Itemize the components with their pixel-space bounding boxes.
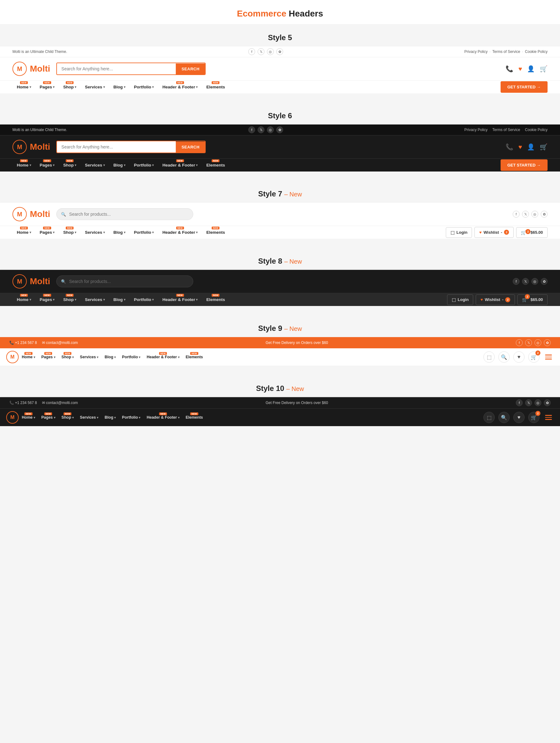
nav10-blog[interactable]: Blog▾ — [101, 412, 119, 423]
twitter-icon-10[interactable]: 𝕏 — [525, 399, 532, 406]
wishlist-circle-9[interactable]: ♥ — [513, 351, 524, 363]
login-circle-9[interactable]: ⬚ — [483, 351, 495, 363]
nav10-header-footer[interactable]: Header & Footer▾ NEW — [143, 412, 182, 423]
search-circle-10[interactable]: 🔍 — [499, 412, 510, 423]
nav6-blog[interactable]: Blog▾ — [109, 159, 130, 172]
search-input[interactable] — [57, 63, 176, 74]
dribbble-icon-8[interactable]: ✿ — [541, 278, 548, 285]
search-bar[interactable]: SEARCH — [56, 62, 206, 75]
get-started-button-6[interactable]: GET STARTED → — [501, 159, 548, 171]
facebook-icon-8[interactable]: f — [513, 278, 520, 285]
nav8-portfolio[interactable]: Portfolio▾ — [130, 293, 158, 306]
nav7-shop[interactable]: Shop▾ NEW — [59, 226, 81, 239]
instagram-icon-7[interactable]: ◎ — [531, 211, 538, 218]
wishlist-button-7[interactable]: ♥ Wishlist - 2 — [474, 227, 514, 238]
cart-icon[interactable]: 🛒 — [540, 65, 548, 73]
nav7-pages[interactable]: Pages▾ NEW — [36, 226, 59, 239]
nav10-shop[interactable]: Shop▾ NEW — [58, 412, 77, 423]
nav6-portfolio[interactable]: Portfolio▾ — [130, 159, 158, 172]
instagram-icon-10[interactable]: ◎ — [534, 399, 541, 406]
dribbble-icon-9[interactable]: ✿ — [544, 339, 551, 346]
nav6-home[interactable]: Home▾ NEW — [12, 159, 36, 172]
nav6-services[interactable]: Services▾ — [81, 159, 109, 172]
search-bar-8[interactable]: 🔍 — [56, 275, 193, 287]
nav-elements[interactable]: Elements NEW — [202, 81, 229, 93]
search-circle-9[interactable]: 🔍 — [499, 351, 510, 363]
nav-shop[interactable]: Shop▾ NEW — [59, 81, 81, 93]
cart-button-7[interactable]: 🛒 2 $65.00 — [516, 227, 548, 238]
facebook-icon[interactable]: f — [248, 48, 255, 55]
nav10-services[interactable]: Services▾ — [77, 412, 101, 423]
nav-pages[interactable]: Pages▾ NEW — [36, 81, 59, 93]
logo-7[interactable]: M Molti — [12, 207, 50, 221]
search-button[interactable]: SEARCH — [176, 63, 205, 74]
search-bar-7[interactable]: 🔍 — [56, 208, 193, 220]
dribbble-icon[interactable]: ✿ — [276, 48, 283, 55]
nav7-portfolio[interactable]: Portfolio▾ — [130, 226, 158, 239]
dribbble-icon-10[interactable]: ✿ — [544, 399, 551, 406]
nav6-shop[interactable]: Shop▾ NEW — [59, 159, 81, 172]
twitter-icon-7[interactable]: 𝕏 — [522, 211, 529, 218]
twitter-icon-8[interactable]: 𝕏 — [522, 278, 529, 285]
nav7-header-footer[interactable]: Header & Footer▾ NEW — [158, 226, 202, 239]
facebook-icon-6[interactable]: f — [248, 126, 255, 133]
twitter-icon[interactable]: 𝕏 — [258, 48, 265, 55]
login-button-8[interactable]: ⬚ Login — [447, 295, 473, 305]
nav8-home[interactable]: Home▾ NEW — [12, 293, 36, 306]
phone-icon-6[interactable]: 📞 — [506, 143, 513, 151]
instagram-icon[interactable]: ◎ — [267, 48, 274, 55]
terms-link[interactable]: Terms of Service — [493, 49, 520, 54]
nav7-services[interactable]: Services▾ — [81, 226, 109, 239]
facebook-icon-7[interactable]: f — [513, 211, 520, 218]
wishlist-button-8[interactable]: ♥ Wishlist - 2 — [476, 295, 515, 305]
twitter-icon-9[interactable]: 𝕏 — [525, 339, 532, 346]
nav-header-footer[interactable]: Header & Footer▾ NEW — [158, 81, 202, 93]
logo[interactable]: M Molti — [12, 61, 50, 76]
nav8-shop[interactable]: Shop▾ NEW — [59, 293, 81, 306]
nav10-home[interactable]: Home▾ NEW — [19, 412, 38, 423]
nav10-elements[interactable]: Elements NEW — [183, 412, 206, 423]
nav7-home[interactable]: Home▾ NEW — [12, 226, 36, 239]
nav9-pages[interactable]: Pages▾ NEW — [38, 352, 58, 362]
nav-services[interactable]: Services▾ — [81, 81, 109, 93]
cart-button-8[interactable]: 🛒 2 $65.00 — [517, 295, 548, 305]
nav-blog[interactable]: Blog▾ — [109, 81, 130, 93]
nav-portfolio[interactable]: Portfolio▾ — [130, 81, 158, 93]
cart-circle-10[interactable]: 🛒 2 — [528, 412, 540, 423]
nav8-header-footer[interactable]: Header & Footer▾ NEW — [158, 293, 202, 306]
nav10-portfolio[interactable]: Portfolio▾ — [119, 412, 143, 423]
dribbble-icon-6[interactable]: ✿ — [276, 126, 283, 133]
search-input-8[interactable] — [66, 276, 193, 287]
logo-6[interactable]: M Molti — [12, 140, 50, 154]
cart-icon-6[interactable]: 🛒 — [540, 143, 548, 151]
instagram-icon-9[interactable]: ◎ — [534, 339, 541, 346]
nav7-blog[interactable]: Blog▾ — [109, 226, 130, 239]
search-input-6[interactable] — [57, 141, 176, 152]
instagram-icon-6[interactable]: ◎ — [267, 126, 274, 133]
wishlist-circle-10[interactable]: ♥ — [513, 412, 524, 423]
search-input-7[interactable] — [66, 209, 193, 220]
wishlist-icon-6[interactable]: ♥ — [518, 143, 522, 151]
nav9-services[interactable]: Services▾ — [77, 352, 101, 362]
facebook-icon-9[interactable]: f — [516, 339, 523, 346]
privacy-link-6[interactable]: Privacy Policy — [465, 128, 488, 132]
logo-8[interactable]: M Molti — [12, 274, 50, 289]
cart-circle-9[interactable]: 🛒 2 — [528, 351, 540, 363]
nav8-blog[interactable]: Blog▾ — [109, 293, 130, 306]
nav-home[interactable]: Home▾ NEW — [12, 81, 36, 93]
account-icon-6[interactable]: 👤 — [527, 143, 535, 151]
hamburger-10[interactable] — [543, 413, 554, 422]
nav8-services[interactable]: Services▾ — [81, 293, 109, 306]
wishlist-icon[interactable]: ♥ — [518, 65, 522, 73]
nav8-pages[interactable]: Pages▾ NEW — [36, 293, 59, 306]
logo-9[interactable]: M — [6, 351, 19, 363]
dribbble-icon-7[interactable]: ✿ — [541, 211, 548, 218]
search-button-6[interactable]: SEARCH — [176, 142, 205, 152]
facebook-icon-10[interactable]: f — [516, 399, 523, 406]
nav6-elements[interactable]: Elements NEW — [202, 159, 229, 172]
phone-icon[interactable]: 📞 — [506, 65, 513, 73]
nav8-elements[interactable]: Elements NEW — [202, 293, 229, 306]
nav6-header-footer[interactable]: Header & Footer▾ NEW — [158, 159, 202, 172]
nav7-elements[interactable]: Elements NEW — [202, 226, 229, 239]
instagram-icon-8[interactable]: ◎ — [531, 278, 538, 285]
